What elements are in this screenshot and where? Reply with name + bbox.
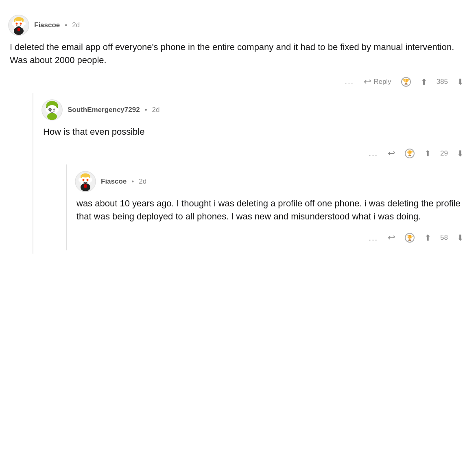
upvote-button-1[interactable] <box>420 75 428 88</box>
comment-3-text: was about 10 years ago. I thought i was … <box>75 197 468 223</box>
separator-2: • <box>145 106 147 114</box>
upvote-icon-3 <box>424 233 431 243</box>
downvote-icon-2 <box>457 149 464 158</box>
reply-label-1: Reply <box>373 78 391 86</box>
more-options-2[interactable]: ... <box>368 147 379 160</box>
username-southemergency[interactable]: SouthEmergency7292 <box>68 106 140 114</box>
nested-thread-2: Fiascoe • 2d was about 10 years ago. I t… <box>66 164 468 251</box>
reply-button-1[interactable]: Reply <box>363 75 392 89</box>
award-icon-2: 🏆 <box>405 149 415 158</box>
comment-1-header: Fiascoe • 2d <box>8 15 468 36</box>
comment-2-header: SouthEmergency7292 • 2d <box>41 99 468 120</box>
downvote-button-2[interactable] <box>456 147 465 160</box>
username-fiascoe-1[interactable]: Fiascoe <box>34 21 60 29</box>
reply-button-2[interactable] <box>387 147 396 160</box>
comment-1-text: I deleted the email app off everyone's p… <box>8 41 468 67</box>
separator-1: • <box>65 21 67 29</box>
comment-2-text: How is that even possible <box>41 125 468 138</box>
award-button-1[interactable]: 🏆 <box>400 75 412 88</box>
reply-icon-2 <box>388 148 395 159</box>
nested-thread-1: SouthEmergency7292 • 2d How is that even… <box>33 93 468 254</box>
downvote-icon-3 <box>457 233 464 243</box>
reply-icon-1 <box>364 77 371 87</box>
vote-count-3: 58 <box>440 234 448 242</box>
downvote-icon-1 <box>457 77 464 87</box>
upvote-icon-2 <box>424 149 431 158</box>
comment-2-actions: ... 🏆 29 <box>41 144 468 163</box>
downvote-button-1[interactable] <box>456 75 465 88</box>
upvote-button-2[interactable] <box>424 147 432 160</box>
vote-count-2: 29 <box>440 149 448 158</box>
reply-button-3[interactable] <box>387 231 396 245</box>
separator-3: • <box>131 177 134 186</box>
comment-1: Fiascoe • 2d I deleted the email app off… <box>8 8 468 257</box>
avatar-fiascoe-1[interactable] <box>8 15 29 36</box>
comment-1-actions: ... Reply 🏆 385 <box>8 72 468 91</box>
award-button-3[interactable]: 🏆 <box>404 231 415 244</box>
vote-count-1: 385 <box>437 78 448 86</box>
award-icon-1: 🏆 <box>401 77 411 87</box>
award-button-2[interactable]: 🏆 <box>404 147 415 160</box>
comment-3: Fiascoe • 2d was about 10 years ago. I t… <box>75 164 468 251</box>
reply-icon-3 <box>388 232 395 243</box>
timestamp-2: 2d <box>152 106 160 114</box>
avatar-southemergency[interactable] <box>41 99 63 120</box>
timestamp-1: 2d <box>72 21 80 29</box>
timestamp-3: 2d <box>139 177 146 186</box>
comment-3-header: Fiascoe • 2d <box>75 171 468 192</box>
upvote-button-3[interactable] <box>424 231 432 244</box>
comment-2: SouthEmergency7292 • 2d How is that even… <box>41 93 468 254</box>
more-options-3[interactable]: ... <box>368 232 379 244</box>
avatar-fiascoe-2[interactable] <box>75 171 96 192</box>
comment-3-actions: ... 🏆 58 <box>75 228 468 247</box>
username-fiascoe-2[interactable]: Fiascoe <box>101 177 127 186</box>
downvote-button-3[interactable] <box>456 231 465 244</box>
upvote-icon-1 <box>421 77 428 87</box>
more-options-1[interactable]: ... <box>344 75 355 88</box>
award-icon-3: 🏆 <box>405 233 415 243</box>
